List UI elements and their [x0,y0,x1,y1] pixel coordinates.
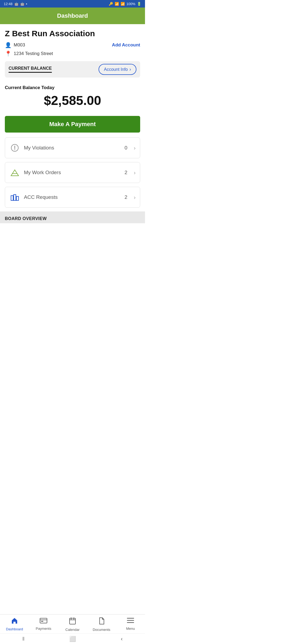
wifi-icon: 📶 [115,2,119,6]
tabs-container: CURRENT BALANCE Account Info › [5,61,140,78]
violations-chevron-icon: › [134,145,136,151]
battery-label: 100% [126,2,135,6]
acc-requests-icon [9,192,20,203]
person-icon: 👤 [5,42,12,48]
main-content: Z Best Run Association 👤 M003 Add Accoun… [0,24,145,78]
key-icon: 🔑 [109,2,113,6]
acc-requests-list-item[interactable]: ACC Requests 2 › [5,187,140,208]
account-info-button[interactable]: Account Info › [99,64,136,75]
balance-section: Current Balance Today $2,585.00 [0,82,145,116]
account-info-label: Account Info [104,67,128,72]
svg-rect-8 [16,196,19,200]
svg-marker-3 [11,170,19,176]
address-text: 1234 Testing Street [14,51,53,56]
account-id: M003 [14,42,25,48]
balance-amount: $2,585.00 [5,93,140,108]
acc-requests-count: 2 [125,194,128,200]
android-icon-1: 🤖 [14,2,19,6]
screen-icon: ▪ [26,2,27,6]
work-orders-label: My Work Orders [24,170,121,175]
status-time: 12:48 [4,2,13,6]
acc-requests-label: ACC Requests [24,194,121,200]
balance-label: Current Balance Today [5,85,140,90]
add-account-button[interactable]: Add Account [112,42,140,48]
account-row: 👤 M003 Add Account [5,42,140,48]
violations-list-item[interactable]: My Violations 0 › [5,137,140,158]
svg-rect-7 [14,195,16,200]
violations-label: My Violations [24,145,121,151]
app-header-title: Dashboard [0,12,145,19]
address-row: 📍 1234 Testing Street [5,50,140,57]
battery-icon: 🔋 [137,2,141,6]
location-icon: 📍 [5,50,12,57]
work-orders-icon [9,167,20,178]
acc-requests-chevron-icon: › [134,194,136,200]
work-orders-list-item[interactable]: My Work Orders 2 › [5,162,140,183]
status-left: 12:48 🤖 🤖 ▪ [4,2,27,6]
violations-count: 0 [125,145,128,151]
org-name: Z Best Run Association [5,29,140,38]
account-id-row: 👤 M003 [5,42,25,48]
work-orders-chevron-icon: › [134,170,136,176]
app-header: Dashboard [0,8,145,24]
violations-icon [9,142,20,153]
android-icon-2: 🤖 [20,2,24,6]
svg-point-2 [15,149,15,150]
board-overview: BOARD OVERVIEW [0,211,145,223]
tab-current-balance[interactable]: CURRENT BALANCE [9,66,52,73]
board-overview-title: BOARD OVERVIEW [5,216,140,221]
make-payment-button[interactable]: Make A Payment [5,116,140,133]
svg-rect-6 [11,196,13,200]
chevron-right-icon: › [129,67,131,72]
signal-icon: 📶 [121,2,125,6]
status-right: 🔑 📶 📶 100% 🔋 [109,2,141,6]
work-orders-count: 2 [125,170,128,175]
status-bar: 12:48 🤖 🤖 ▪ 🔑 📶 📶 100% 🔋 [0,0,145,8]
